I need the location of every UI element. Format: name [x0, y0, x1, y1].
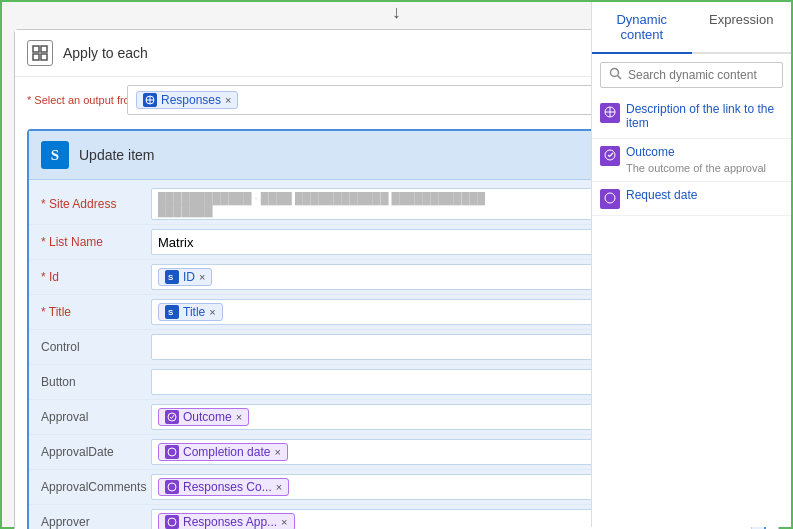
- token-icon-sp: [143, 93, 157, 107]
- dynamic-content-items: Description of the link to the item Out: [592, 96, 791, 527]
- svg-rect-1: [41, 46, 47, 52]
- outcome-item[interactable]: Outcome The outcome of the approval: [592, 139, 791, 182]
- responses-token-label: Responses: [161, 93, 221, 107]
- title-token[interactable]: S Title ×: [158, 303, 223, 321]
- approval-label: Approval: [41, 410, 151, 424]
- outcome-icon: [600, 146, 620, 166]
- approver-token-label: Responses App...: [183, 515, 277, 529]
- request-date-icon: [600, 189, 620, 209]
- request-date-title: Request date: [626, 188, 783, 202]
- title-label: * Title: [41, 305, 151, 319]
- svg-rect-0: [33, 46, 39, 52]
- svg-line-12: [172, 415, 175, 419]
- id-label: * Id: [41, 270, 151, 284]
- approval-date-token[interactable]: Completion date ×: [158, 443, 288, 461]
- site-address-label: * Site Address: [41, 197, 151, 211]
- svg-point-16: [611, 69, 619, 77]
- outcome-title: Outcome: [626, 145, 783, 159]
- description-text: Description of the link to the item: [626, 102, 783, 132]
- svg-point-15: [168, 518, 176, 526]
- approval-token-icon: [165, 410, 179, 424]
- svg-text:S: S: [168, 273, 174, 282]
- approval-comments-token-close[interactable]: ×: [276, 481, 282, 493]
- svg-point-13: [168, 448, 176, 456]
- svg-point-21: [605, 150, 615, 160]
- select-label: * Select an output from previous steps: [27, 93, 117, 107]
- description-icon: [600, 103, 620, 123]
- list-name-value: Matrix: [158, 235, 193, 250]
- approval-comments-token-label: Responses Co...: [183, 480, 272, 494]
- approver-label: Approver: [41, 515, 151, 529]
- control-label: Control: [41, 340, 151, 354]
- responses-token-close[interactable]: ×: [225, 94, 231, 106]
- id-token-icon: S: [165, 270, 179, 284]
- sharepoint-icon: S: [41, 141, 69, 169]
- approval-date-token-close[interactable]: ×: [274, 446, 280, 458]
- approval-token-label: Outcome: [183, 410, 232, 424]
- request-date-text: Request date: [626, 188, 783, 204]
- svg-text:S: S: [168, 308, 174, 317]
- main-container: ↓ Apply to each ··· * Select: [0, 0, 793, 529]
- title-token-close[interactable]: ×: [209, 306, 215, 318]
- approval-comments-label: ApprovalComments: [41, 480, 151, 494]
- approver-token[interactable]: Responses App... ×: [158, 513, 295, 529]
- svg-rect-3: [41, 54, 47, 60]
- title-token-icon: S: [165, 305, 179, 319]
- svg-point-14: [168, 483, 176, 491]
- approval-comments-token-icon: [165, 480, 179, 494]
- outcome-desc: The outcome of the approval: [626, 161, 783, 175]
- search-box[interactable]: [600, 62, 783, 88]
- outcome-text: Outcome The outcome of the approval: [626, 145, 783, 175]
- approval-date-label: ApprovalDate: [41, 445, 151, 459]
- id-token-close[interactable]: ×: [199, 271, 205, 283]
- title-token-label: Title: [183, 305, 205, 319]
- tab-dynamic-content[interactable]: Dynamic content: [592, 2, 692, 54]
- request-date-item[interactable]: Request date: [592, 182, 791, 216]
- list-name-label: * List Name: [41, 235, 151, 249]
- svg-point-24: [605, 193, 615, 203]
- description-title: Description of the link to the item: [626, 102, 783, 130]
- approval-token-close[interactable]: ×: [236, 411, 242, 423]
- approval-token[interactable]: Outcome ×: [158, 408, 249, 426]
- svg-rect-2: [33, 54, 39, 60]
- search-icon: [609, 67, 622, 83]
- search-dynamic-input[interactable]: [628, 68, 778, 82]
- svg-line-17: [618, 76, 622, 80]
- approval-date-token-label: Completion date: [183, 445, 270, 459]
- id-token-label: ID: [183, 270, 195, 284]
- dynamic-content-panel: Dynamic content Expression: [591, 2, 791, 527]
- id-token[interactable]: S ID ×: [158, 268, 212, 286]
- apply-icon: [27, 40, 53, 66]
- approval-date-token-icon: [165, 445, 179, 459]
- approver-token-icon: [165, 515, 179, 529]
- svg-line-23: [610, 153, 614, 157]
- panel-tabs: Dynamic content Expression: [592, 2, 791, 54]
- button-label: Button: [41, 375, 151, 389]
- approval-comments-token[interactable]: Responses Co... ×: [158, 478, 289, 496]
- approver-token-close[interactable]: ×: [281, 516, 287, 528]
- tab-expression[interactable]: Expression: [692, 2, 792, 54]
- responses-token[interactable]: Responses ×: [136, 91, 238, 109]
- dynamic-content-item[interactable]: Description of the link to the item: [592, 96, 791, 139]
